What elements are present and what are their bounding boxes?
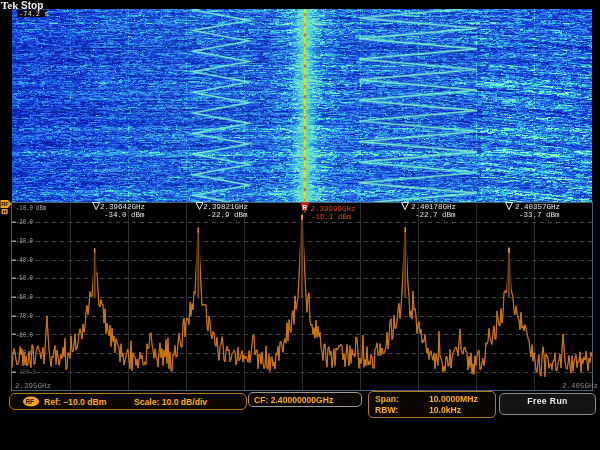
svg-text:RF: RF <box>26 398 35 405</box>
svg-text:CF: 2.40000000GHz: CF: 2.40000000GHz <box>254 395 333 405</box>
svg-text:Scale: 10.0 dB/div: Scale: 10.0 dB/div <box>134 397 207 407</box>
svg-text:10.0000MHz: 10.0000MHz <box>429 394 478 404</box>
svg-text:Free Run: Free Run <box>527 396 567 406</box>
svg-text:10.0kHz: 10.0kHz <box>429 405 461 415</box>
svg-text:RBW:: RBW: <box>375 405 398 415</box>
svg-text:R: R <box>302 204 307 211</box>
svg-text:Ref: −10.0 dBm: Ref: −10.0 dBm <box>44 397 107 407</box>
svg-text:Span:: Span: <box>375 394 399 404</box>
